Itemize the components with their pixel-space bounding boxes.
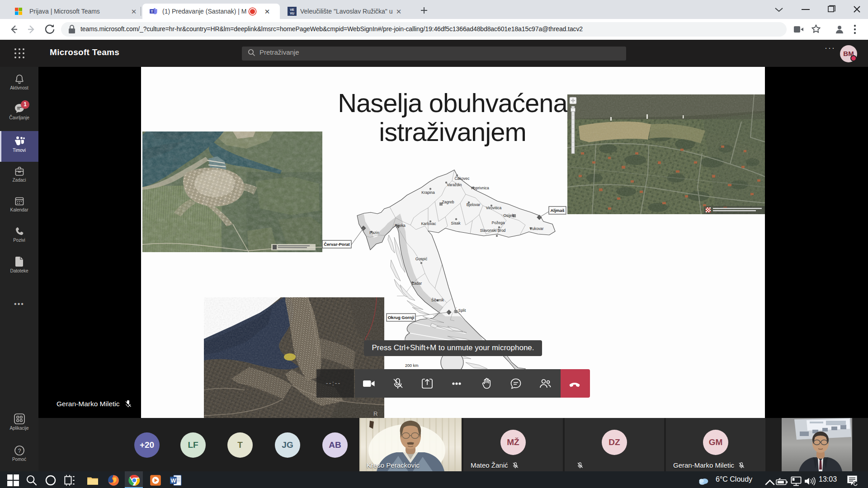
svg-text:Osijek: Osijek <box>503 213 514 218</box>
svg-text:Šibenik: Šibenik <box>431 298 444 302</box>
svg-text:Zagreb: Zagreb <box>442 200 454 204</box>
svg-text:Krapina: Krapina <box>421 190 435 195</box>
svg-text:Varaždin: Varaždin <box>447 183 462 187</box>
svg-text:R: R <box>373 410 377 417</box>
svg-text:Gospić: Gospić <box>415 257 428 261</box>
svg-text:Koprivnica: Koprivnica <box>471 186 489 190</box>
svg-text:W: W <box>170 478 176 484</box>
svg-text:Vukovar: Vukovar <box>530 226 544 231</box>
svg-text:Pazin: Pazin <box>369 230 379 235</box>
svg-text:Split: Split <box>458 308 466 313</box>
svg-text:Karlovac: Karlovac <box>421 221 436 226</box>
svg-text:T: T <box>151 9 153 14</box>
svg-text:VU: VU <box>290 12 294 15</box>
svg-text:Požega: Požega <box>492 221 505 225</box>
svg-text:?: ? <box>18 447 21 454</box>
svg-text:Zadar: Zadar <box>412 281 422 286</box>
svg-text:Čakovec: Čakovec <box>454 176 470 181</box>
svg-text:Slavonski Brod: Slavonski Brod <box>480 228 506 233</box>
svg-text:Virovitica: Virovitica <box>486 206 502 210</box>
svg-text:Rijeka: Rijeka <box>395 223 406 228</box>
svg-text:VE: VE <box>290 8 294 11</box>
svg-text:Červar-Porat: Červar-Porat <box>324 242 350 247</box>
svg-text:Bjelovar: Bjelovar <box>467 202 481 207</box>
svg-text:Aljmaš: Aljmaš <box>550 208 564 213</box>
svg-text:200 km: 200 km <box>405 363 419 368</box>
svg-text:Sisak: Sisak <box>451 221 461 225</box>
svg-text:Okrug Gornji: Okrug Gornji <box>388 315 415 320</box>
